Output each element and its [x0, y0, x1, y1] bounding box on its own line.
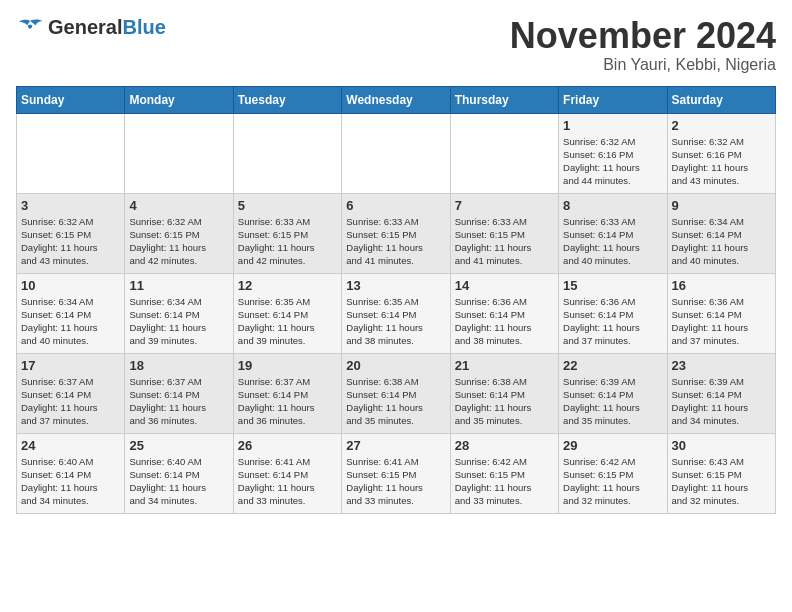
day-number: 11 [129, 278, 228, 293]
day-info: Sunrise: 6:34 AM Sunset: 6:14 PM Dayligh… [21, 295, 120, 348]
day-info: Sunrise: 6:36 AM Sunset: 6:14 PM Dayligh… [672, 295, 771, 348]
logo: GeneralBlue [16, 16, 166, 39]
day-number: 20 [346, 358, 445, 373]
day-number: 2 [672, 118, 771, 133]
day-info: Sunrise: 6:42 AM Sunset: 6:15 PM Dayligh… [563, 455, 662, 508]
day-info: Sunrise: 6:42 AM Sunset: 6:15 PM Dayligh… [455, 455, 554, 508]
calendar-cell: 19Sunrise: 6:37 AM Sunset: 6:14 PM Dayli… [233, 353, 341, 433]
day-number: 17 [21, 358, 120, 373]
calendar-cell [450, 113, 558, 193]
calendar-cell: 5Sunrise: 6:33 AM Sunset: 6:15 PM Daylig… [233, 193, 341, 273]
day-info: Sunrise: 6:33 AM Sunset: 6:15 PM Dayligh… [346, 215, 445, 268]
day-number: 25 [129, 438, 228, 453]
day-number: 29 [563, 438, 662, 453]
day-info: Sunrise: 6:38 AM Sunset: 6:14 PM Dayligh… [346, 375, 445, 428]
calendar-cell [125, 113, 233, 193]
calendar-cell [233, 113, 341, 193]
calendar-week-row: 17Sunrise: 6:37 AM Sunset: 6:14 PM Dayli… [17, 353, 776, 433]
calendar-header-row: SundayMondayTuesdayWednesdayThursdayFrid… [17, 86, 776, 113]
calendar-table: SundayMondayTuesdayWednesdayThursdayFrid… [16, 86, 776, 514]
calendar-cell: 25Sunrise: 6:40 AM Sunset: 6:14 PM Dayli… [125, 433, 233, 513]
calendar-cell: 21Sunrise: 6:38 AM Sunset: 6:14 PM Dayli… [450, 353, 558, 433]
calendar-cell: 22Sunrise: 6:39 AM Sunset: 6:14 PM Dayli… [559, 353, 667, 433]
day-info: Sunrise: 6:40 AM Sunset: 6:14 PM Dayligh… [21, 455, 120, 508]
calendar-cell: 24Sunrise: 6:40 AM Sunset: 6:14 PM Dayli… [17, 433, 125, 513]
day-number: 3 [21, 198, 120, 213]
calendar-week-row: 1Sunrise: 6:32 AM Sunset: 6:16 PM Daylig… [17, 113, 776, 193]
calendar-cell [342, 113, 450, 193]
day-number: 9 [672, 198, 771, 213]
day-info: Sunrise: 6:35 AM Sunset: 6:14 PM Dayligh… [346, 295, 445, 348]
calendar-cell: 26Sunrise: 6:41 AM Sunset: 6:14 PM Dayli… [233, 433, 341, 513]
day-info: Sunrise: 6:33 AM Sunset: 6:15 PM Dayligh… [238, 215, 337, 268]
calendar-cell: 14Sunrise: 6:36 AM Sunset: 6:14 PM Dayli… [450, 273, 558, 353]
day-info: Sunrise: 6:41 AM Sunset: 6:14 PM Dayligh… [238, 455, 337, 508]
calendar-cell: 9Sunrise: 6:34 AM Sunset: 6:14 PM Daylig… [667, 193, 775, 273]
day-info: Sunrise: 6:39 AM Sunset: 6:14 PM Dayligh… [563, 375, 662, 428]
logo-blue: Blue [122, 16, 165, 38]
day-number: 27 [346, 438, 445, 453]
header-friday: Friday [559, 86, 667, 113]
day-info: Sunrise: 6:37 AM Sunset: 6:14 PM Dayligh… [238, 375, 337, 428]
day-number: 22 [563, 358, 662, 373]
day-info: Sunrise: 6:32 AM Sunset: 6:15 PM Dayligh… [129, 215, 228, 268]
day-number: 23 [672, 358, 771, 373]
day-number: 13 [346, 278, 445, 293]
calendar-cell: 20Sunrise: 6:38 AM Sunset: 6:14 PM Dayli… [342, 353, 450, 433]
day-number: 5 [238, 198, 337, 213]
day-number: 7 [455, 198, 554, 213]
page-subtitle: Bin Yauri, Kebbi, Nigeria [510, 56, 776, 74]
day-number: 16 [672, 278, 771, 293]
calendar-cell: 30Sunrise: 6:43 AM Sunset: 6:15 PM Dayli… [667, 433, 775, 513]
day-number: 10 [21, 278, 120, 293]
day-info: Sunrise: 6:33 AM Sunset: 6:15 PM Dayligh… [455, 215, 554, 268]
calendar-week-row: 24Sunrise: 6:40 AM Sunset: 6:14 PM Dayli… [17, 433, 776, 513]
calendar-cell: 2Sunrise: 6:32 AM Sunset: 6:16 PM Daylig… [667, 113, 775, 193]
day-info: Sunrise: 6:43 AM Sunset: 6:15 PM Dayligh… [672, 455, 771, 508]
day-info: Sunrise: 6:36 AM Sunset: 6:14 PM Dayligh… [563, 295, 662, 348]
title-block: November 2024 Bin Yauri, Kebbi, Nigeria [510, 16, 776, 74]
day-info: Sunrise: 6:40 AM Sunset: 6:14 PM Dayligh… [129, 455, 228, 508]
calendar-cell: 28Sunrise: 6:42 AM Sunset: 6:15 PM Dayli… [450, 433, 558, 513]
header-wednesday: Wednesday [342, 86, 450, 113]
day-info: Sunrise: 6:32 AM Sunset: 6:16 PM Dayligh… [563, 135, 662, 188]
day-info: Sunrise: 6:39 AM Sunset: 6:14 PM Dayligh… [672, 375, 771, 428]
header-tuesday: Tuesday [233, 86, 341, 113]
calendar-cell: 18Sunrise: 6:37 AM Sunset: 6:14 PM Dayli… [125, 353, 233, 433]
day-info: Sunrise: 6:35 AM Sunset: 6:14 PM Dayligh… [238, 295, 337, 348]
day-info: Sunrise: 6:34 AM Sunset: 6:14 PM Dayligh… [672, 215, 771, 268]
day-number: 18 [129, 358, 228, 373]
calendar-cell: 16Sunrise: 6:36 AM Sunset: 6:14 PM Dayli… [667, 273, 775, 353]
day-info: Sunrise: 6:38 AM Sunset: 6:14 PM Dayligh… [455, 375, 554, 428]
calendar-cell: 13Sunrise: 6:35 AM Sunset: 6:14 PM Dayli… [342, 273, 450, 353]
logo-general: General [48, 16, 122, 38]
day-number: 30 [672, 438, 771, 453]
calendar-cell: 8Sunrise: 6:33 AM Sunset: 6:14 PM Daylig… [559, 193, 667, 273]
calendar-week-row: 10Sunrise: 6:34 AM Sunset: 6:14 PM Dayli… [17, 273, 776, 353]
day-number: 24 [21, 438, 120, 453]
calendar-cell: 10Sunrise: 6:34 AM Sunset: 6:14 PM Dayli… [17, 273, 125, 353]
calendar-cell: 15Sunrise: 6:36 AM Sunset: 6:14 PM Dayli… [559, 273, 667, 353]
day-info: Sunrise: 6:32 AM Sunset: 6:16 PM Dayligh… [672, 135, 771, 188]
header-thursday: Thursday [450, 86, 558, 113]
day-info: Sunrise: 6:33 AM Sunset: 6:14 PM Dayligh… [563, 215, 662, 268]
day-info: Sunrise: 6:37 AM Sunset: 6:14 PM Dayligh… [21, 375, 120, 428]
header-saturday: Saturday [667, 86, 775, 113]
day-number: 19 [238, 358, 337, 373]
calendar-cell: 27Sunrise: 6:41 AM Sunset: 6:15 PM Dayli… [342, 433, 450, 513]
day-number: 6 [346, 198, 445, 213]
day-number: 1 [563, 118, 662, 133]
day-number: 21 [455, 358, 554, 373]
day-number: 14 [455, 278, 554, 293]
calendar-cell: 29Sunrise: 6:42 AM Sunset: 6:15 PM Dayli… [559, 433, 667, 513]
day-number: 4 [129, 198, 228, 213]
day-info: Sunrise: 6:34 AM Sunset: 6:14 PM Dayligh… [129, 295, 228, 348]
calendar-cell: 4Sunrise: 6:32 AM Sunset: 6:15 PM Daylig… [125, 193, 233, 273]
header-sunday: Sunday [17, 86, 125, 113]
day-number: 12 [238, 278, 337, 293]
calendar-cell: 6Sunrise: 6:33 AM Sunset: 6:15 PM Daylig… [342, 193, 450, 273]
svg-point-0 [28, 24, 32, 28]
calendar-cell: 11Sunrise: 6:34 AM Sunset: 6:14 PM Dayli… [125, 273, 233, 353]
page-header: GeneralBlue November 2024 Bin Yauri, Keb… [16, 16, 776, 74]
calendar-cell: 1Sunrise: 6:32 AM Sunset: 6:16 PM Daylig… [559, 113, 667, 193]
